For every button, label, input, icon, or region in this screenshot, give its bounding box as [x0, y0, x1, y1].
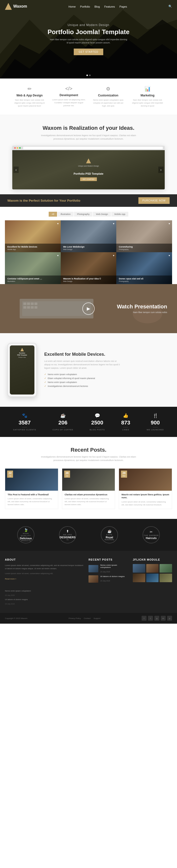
portfolio-item-4[interactable]: Coniutur AdiSpsum-post emet … Illustrati… — [5, 252, 61, 284]
mockup-url-bar — [23, 147, 163, 149]
mockup-logo-icon — [86, 158, 91, 163]
nav-link-home[interactable]: Home — [68, 5, 75, 8]
portfolio-section: All Illustration Photography Web Design … — [0, 207, 177, 284]
brand-sub-3: ROASTERS — [105, 539, 114, 540]
social-facebook-icon[interactable]: f — [142, 616, 147, 621]
social-linkedin-icon[interactable]: in — [161, 616, 166, 621]
social-google-icon[interactable]: g — [154, 616, 159, 621]
mockup-prev-arrow[interactable]: ‹ — [14, 166, 19, 173]
brand-icon-4: ✂ — [150, 530, 153, 534]
post-month-1: Jul — [9, 475, 11, 477]
design-icon: ✏ — [12, 86, 47, 92]
post-item-1[interactable]: 22 Jul This Post Is Featured with a Thum… — [5, 468, 58, 509]
filter-photography[interactable]: Photography — [74, 212, 93, 217]
portfolio-cat-2: Web Design — [63, 249, 114, 250]
filter-webdesign[interactable]: Web Design — [93, 212, 111, 217]
portfolio-title-2: We Love Webdesign — [63, 246, 114, 248]
post-month-3: Mar — [122, 475, 125, 477]
footer-post-thumb-2 — [88, 575, 98, 583]
mockup-maximize-btn[interactable] — [19, 147, 21, 149]
portfolio-overlay-6: Donec opus eiat sed eli Photography — [116, 276, 172, 284]
brand-royal: ☕ CAFE Royal ROASTERS — [101, 526, 118, 544]
nav-link-blog[interactable]: Blog — [94, 5, 100, 8]
hero-cta-button[interactable]: GET STARTED — [74, 49, 103, 55]
portfolio-item-6[interactable]: Donec opus eiat sed eli Photography ♥ — [116, 252, 172, 284]
post-item-3[interactable]: 28 Mar Maurin est notare ipsum litera go… — [119, 468, 172, 509]
mobile-section-title: Excellent for Mobile Devices. — [44, 352, 123, 357]
hero-dot-2[interactable] — [89, 74, 91, 76]
flickr-thumb-2[interactable] — [146, 564, 159, 572]
brand-top-3: CAFE — [106, 534, 112, 536]
portfolio-icon-1: ♥ — [57, 222, 59, 225]
flickr-thumb-1[interactable] — [133, 564, 145, 572]
footer-readmore-link[interactable]: Read more » — [5, 577, 83, 581]
portfolio-grid: Excellent for Mobile Devices Mobile App … — [5, 220, 172, 284]
portfolio-icon-3: ♥ — [169, 222, 170, 225]
mockup-bar — [12, 146, 165, 150]
brand-delicious: 🍃 HIGH QUALITY Delicious PRODUCTS — [17, 526, 34, 544]
hero-subtitle: Unique and Modern Design — [47, 23, 129, 27]
phone-screen: PortfolioPSD Template Design & App — [10, 345, 34, 395]
nav-link-pages[interactable]: Pages — [120, 5, 127, 8]
footer-post-link-1[interactable]: Nemo enim ipsam voluptatem — [5, 589, 83, 592]
mockup-minimize-btn[interactable] — [17, 147, 18, 149]
portfolio-item-3[interactable]: Corem/turing Photography ♥ — [116, 220, 172, 252]
flickr-thumb-4[interactable] — [133, 574, 145, 582]
stat-launched-label: We launched — [147, 429, 164, 431]
phone-logo-icon — [20, 348, 24, 351]
portfolio-item-5[interactable]: Waxom is Realization of your Idea © Web … — [61, 252, 117, 284]
purchase-now-button[interactable]: PURCHASE NOW — [138, 197, 170, 204]
nav-link-features[interactable]: Features — [104, 5, 115, 8]
brands-section: 🍃 HIGH QUALITY Delicious PRODUCTS ⬆ WE A… — [0, 519, 177, 551]
footer-support-link[interactable]: Support — [94, 617, 100, 619]
social-pinterest-icon[interactable]: p — [167, 616, 172, 621]
recent-posts-section: Recent Posts. Investigationes demonstrav… — [0, 437, 177, 519]
mockup-title: Portfolio PSD Template — [74, 172, 103, 175]
logo[interactable]: Waxom — [5, 3, 27, 10]
footer-bar-links: Privacy Policy Contact Support — [69, 617, 100, 619]
mockup-btn[interactable]: GET STARTED — [80, 177, 97, 181]
brand-circle-2: ⬆ WE ARE DESIGNERS 01 — [59, 526, 76, 544]
footer-contact-link[interactable]: Contact — [84, 617, 91, 619]
post-item-2[interactable]: 28 Jul Claritas est etiam processius dyn… — [62, 468, 115, 509]
portfolio-overlay-4: Coniutur AdiSpsum-post emet … Illustrati… — [5, 276, 61, 284]
footer-post-title-1: Nemo enim ipsam voluptatem — [100, 564, 128, 568]
nav-link-portfolio[interactable]: Portfolio — [80, 5, 90, 8]
portfolio-item-2[interactable]: We Love Webdesign Web Design ♥ — [61, 220, 117, 252]
feature-title-marketing: Marketing — [130, 94, 165, 97]
filter-all[interactable]: All — [49, 212, 57, 217]
mobile-section-desc: Lut enim ad minim veniam quis nostrud ex… — [44, 360, 123, 370]
post-excerpt-3: Lorem ipsum dolor sit amet, consectetur … — [122, 500, 169, 506]
mobile-list-item-3: Nemo enim ipsam voluptatem — [44, 380, 123, 384]
logo-icon — [5, 3, 12, 10]
post-title-3: Maurin est notare ipsum litera gothica. … — [122, 493, 169, 499]
mockup-next-arrow[interactable]: › — [158, 166, 163, 173]
stats-bar: 🐾 3587 Satisfied Clients ☕ 206 Cups of C… — [0, 407, 177, 437]
post-info-2: Claritas est etiam processius dynamicus … — [62, 491, 115, 509]
flickr-thumb-6[interactable] — [159, 574, 172, 582]
portfolio-icon-4: ♥ — [57, 254, 59, 257]
recent-posts-desc: Investigationes demonstraverunt lectores… — [39, 455, 138, 462]
footer-social: f t g in p — [142, 616, 172, 621]
video-subtitle: Nam liber tempor cum soluta nobis — [117, 311, 167, 314]
flickr-thumb-5[interactable] — [146, 574, 159, 582]
search-icon[interactable]: 🔍 — [169, 5, 172, 8]
likes-icon: 👍 — [121, 413, 130, 418]
footer-about-col: About Lorem ipsum dolor sit amet, consec… — [5, 558, 83, 606]
hero-content: Unique and Modern Design Portfolio Jooml… — [43, 19, 134, 60]
feature-text-custom: Nemo enim ipsam voluptatem quia voluptas… — [91, 99, 125, 107]
filter-mobileapp[interactable]: Mobile App — [111, 212, 128, 217]
filter-illustration[interactable]: Illustration — [57, 212, 74, 217]
footer-post-link-2[interactable]: Ut labore et dolore magna — [5, 598, 83, 601]
portfolio-item-1[interactable]: Excellent for Mobile Devices Mobile App … — [5, 220, 61, 252]
footer-privacy-link[interactable]: Privacy Policy — [69, 617, 81, 619]
flickr-thumb-3[interactable] — [159, 564, 172, 572]
video-play-button[interactable]: ▶ — [82, 303, 95, 315]
hero-dot-1[interactable] — [86, 74, 88, 76]
portfolio-title-5: Waxom is Realization of your Idea © — [63, 277, 114, 280]
logo-text: Waxom — [13, 4, 27, 8]
mobile-phone: PortfolioPSD Template Design & App — [7, 343, 37, 397]
footer-posts-title: Recent Posts — [88, 558, 128, 561]
mockup-close-btn[interactable] — [14, 147, 16, 149]
social-twitter-icon[interactable]: t — [148, 616, 153, 621]
